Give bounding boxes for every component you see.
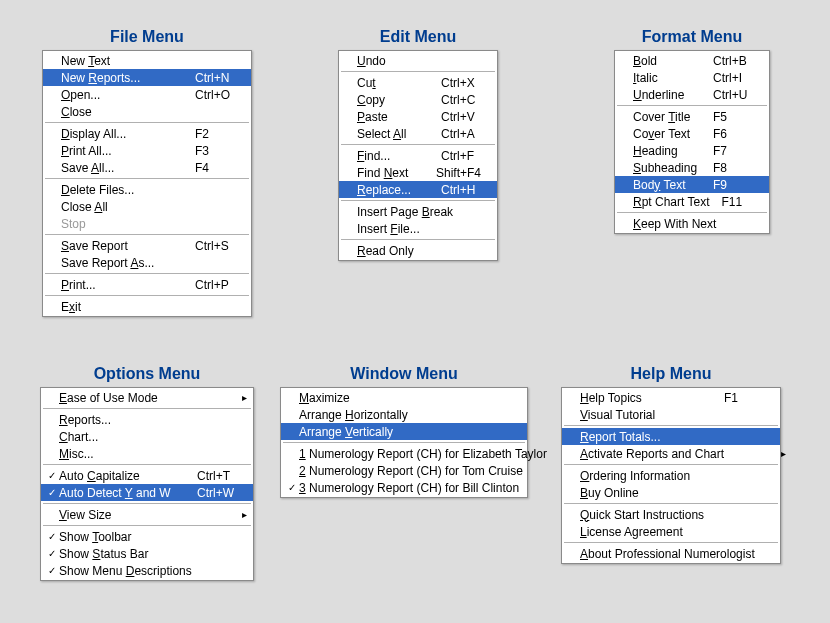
menu-item-label: Find... <box>357 149 441 163</box>
menu-block-help: Help MenuHelp TopicsF1Visual TutorialRep… <box>561 365 781 564</box>
menu-item-shortcut: Ctrl+I <box>713 71 753 85</box>
menu-item-misc[interactable]: Misc... <box>41 445 253 462</box>
menu-item-label: License Agreement <box>580 525 724 539</box>
menu-item-auto-capitalize[interactable]: ✓Auto CapitalizeCtrl+T <box>41 467 253 484</box>
menu-item-shortcut: Ctrl+S <box>195 239 235 253</box>
menu-item-report-totals[interactable]: Report Totals... <box>562 428 780 445</box>
menu-item-select-all[interactable]: Select AllCtrl+A <box>339 125 497 142</box>
menu-item-label: Report Totals... <box>580 430 724 444</box>
menu-item-shortcut: Ctrl+W <box>197 486 237 500</box>
menu-item-display-all[interactable]: Display All...F2 <box>43 125 251 142</box>
menu-item-save-all[interactable]: Save All...F4 <box>43 159 251 176</box>
menu-item-keep-with-next[interactable]: Keep With Next <box>615 215 769 232</box>
menu-item-label: Subheading <box>633 161 713 175</box>
menu-item-3-numerology-report-ch-for-bill-clinton[interactable]: ✓3 Numerology Report (CH) for Bill Clint… <box>281 479 527 496</box>
menu-item-shortcut: Ctrl+N <box>195 71 235 85</box>
menu-item-shortcut: F2 <box>195 127 235 141</box>
menu-item-show-status-bar[interactable]: ✓Show Status Bar <box>41 545 253 562</box>
menu-item-label: Show Menu Descriptions <box>59 564 204 578</box>
menu-item-show-menu-descriptions[interactable]: ✓Show Menu Descriptions <box>41 562 253 579</box>
menu-item-activate-reports-and-chart[interactable]: Activate Reports and Chart▸ <box>562 445 780 462</box>
menu-item-quick-start-instructions[interactable]: Quick Start Instructions <box>562 506 780 523</box>
menu-item-show-toolbar[interactable]: ✓Show Toolbar <box>41 528 253 545</box>
menu-item-label: Auto Detect Y and W <box>59 486 197 500</box>
menu-item-italic[interactable]: ItalicCtrl+I <box>615 69 769 86</box>
menu-item-label: Show Toolbar <box>59 530 197 544</box>
menu-item-shortcut: F6 <box>713 127 753 141</box>
menu-item-help-topics[interactable]: Help TopicsF1 <box>562 389 780 406</box>
menu-item-label: 1 Numerology Report (CH) for Elizabeth T… <box>299 447 559 461</box>
menu-item-new-reports[interactable]: New Reports...Ctrl+N <box>43 69 251 86</box>
menu-item-label: Visual Tutorial <box>580 408 724 422</box>
menu-item-label: Delete Files... <box>61 183 195 197</box>
menu-item-save-report-as[interactable]: Save Report As... <box>43 254 251 271</box>
menu-item-about-professional-numerologist[interactable]: About Professional Numerologist <box>562 545 780 562</box>
menu-item-shortcut: Ctrl+V <box>441 110 481 124</box>
menu-item-visual-tutorial[interactable]: Visual Tutorial <box>562 406 780 423</box>
menu-item-save-report[interactable]: Save ReportCtrl+S <box>43 237 251 254</box>
menu-item-new-text[interactable]: New Text <box>43 52 251 69</box>
menu-item-cut[interactable]: CutCtrl+X <box>339 74 497 91</box>
menu-item-paste[interactable]: PasteCtrl+V <box>339 108 497 125</box>
menu-item-arrange-vertically[interactable]: Arrange Vertically <box>281 423 527 440</box>
menu-item-stop: Stop <box>43 215 251 232</box>
menu-item-ease-of-use-mode[interactable]: Ease of Use Mode▸ <box>41 389 253 406</box>
menu-item-label: New Reports... <box>61 71 195 85</box>
menu-item-label: Show Status Bar <box>59 547 197 561</box>
menu-item-replace[interactable]: Replace...Ctrl+H <box>339 181 497 198</box>
menu-item-buy-online[interactable]: Buy Online <box>562 484 780 501</box>
menu-item-open[interactable]: Open...Ctrl+O <box>43 86 251 103</box>
menu-item-find-next[interactable]: Find NextShift+F4 <box>339 164 497 181</box>
menu-item-insert-file[interactable]: Insert File... <box>339 220 497 237</box>
menu-item-delete-files[interactable]: Delete Files... <box>43 181 251 198</box>
menu-block-options: Options MenuEase of Use Mode▸Reports...C… <box>40 365 254 581</box>
menu-item-label: View Size <box>59 508 197 522</box>
check-icon: ✓ <box>45 532 59 542</box>
menu-item-cover-title[interactable]: Cover TitleF5 <box>615 108 769 125</box>
menu-item-1-numerology-report-ch-for-elizabeth-taylor[interactable]: 1 Numerology Report (CH) for Elizabeth T… <box>281 445 527 462</box>
menu-panel-help: Help TopicsF1Visual TutorialReport Total… <box>561 387 781 564</box>
menu-item-print-all[interactable]: Print All...F3 <box>43 142 251 159</box>
menu-item-rpt-chart-text[interactable]: Rpt Chart TextF11 <box>615 193 769 210</box>
menu-item-shortcut: Ctrl+B <box>713 54 753 68</box>
chevron-right-icon: ▸ <box>237 393 247 403</box>
menu-separator <box>564 503 778 504</box>
menu-separator <box>43 525 251 526</box>
menu-item-body-text[interactable]: Body TextF9 <box>615 176 769 193</box>
menu-item-label: Print All... <box>61 144 195 158</box>
menu-item-print[interactable]: Print...Ctrl+P <box>43 276 251 293</box>
menu-separator <box>45 178 249 179</box>
menu-item-copy[interactable]: CopyCtrl+C <box>339 91 497 108</box>
menu-item-close[interactable]: Close <box>43 103 251 120</box>
menu-item-label: Chart... <box>59 430 197 444</box>
menu-item-reports[interactable]: Reports... <box>41 411 253 428</box>
menu-item-2-numerology-report-ch-for-tom-cruise[interactable]: 2 Numerology Report (CH) for Tom Cruise <box>281 462 527 479</box>
menu-item-auto-detect-y-and-w[interactable]: ✓Auto Detect Y and WCtrl+W <box>41 484 253 501</box>
menu-item-find[interactable]: Find...Ctrl+F <box>339 147 497 164</box>
menu-separator <box>283 442 525 443</box>
menu-separator <box>617 105 767 106</box>
menu-item-label: Quick Start Instructions <box>580 508 724 522</box>
menu-item-ordering-information[interactable]: Ordering Information <box>562 467 780 484</box>
menu-title-window: Window Menu <box>280 365 528 383</box>
menu-item-arrange-horizontally[interactable]: Arrange Horizontally <box>281 406 527 423</box>
menu-item-read-only[interactable]: Read Only <box>339 242 497 259</box>
menu-item-label: Ordering Information <box>580 469 724 483</box>
menu-item-subheading[interactable]: SubheadingF8 <box>615 159 769 176</box>
menu-item-chart[interactable]: Chart... <box>41 428 253 445</box>
menu-item-label: Misc... <box>59 447 197 461</box>
menu-item-bold[interactable]: BoldCtrl+B <box>615 52 769 69</box>
menu-item-exit[interactable]: Exit <box>43 298 251 315</box>
menu-item-insert-page-break[interactable]: Insert Page Break <box>339 203 497 220</box>
menu-item-underline[interactable]: UnderlineCtrl+U <box>615 86 769 103</box>
menu-item-label: Italic <box>633 71 713 85</box>
menu-item-cover-text[interactable]: Cover TextF6 <box>615 125 769 142</box>
menu-item-heading[interactable]: HeadingF7 <box>615 142 769 159</box>
menu-item-undo[interactable]: Undo <box>339 52 497 69</box>
menu-separator <box>43 503 251 504</box>
menu-item-view-size[interactable]: View Size▸ <box>41 506 253 523</box>
menu-item-license-agreement[interactable]: License Agreement <box>562 523 780 540</box>
menu-item-close-all[interactable]: Close All <box>43 198 251 215</box>
menu-item-shortcut: F5 <box>713 110 753 124</box>
menu-item-maximize[interactable]: Maximize <box>281 389 527 406</box>
